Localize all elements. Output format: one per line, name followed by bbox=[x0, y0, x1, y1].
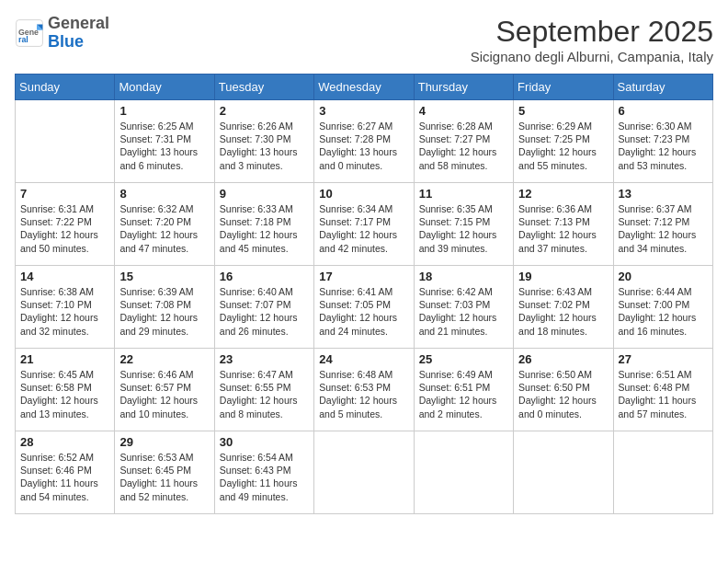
day-number: 23 bbox=[220, 352, 309, 366]
calendar-cell: 20Sunrise: 6:44 AM Sunset: 7:00 PM Dayli… bbox=[613, 266, 712, 349]
calendar-header-row: SundayMondayTuesdayWednesdayThursdayFrid… bbox=[16, 75, 713, 100]
day-info: Sunrise: 6:52 AM Sunset: 6:46 PM Dayligh… bbox=[20, 451, 109, 503]
week-row-3: 14Sunrise: 6:38 AM Sunset: 7:10 PM Dayli… bbox=[16, 266, 713, 349]
day-info: Sunrise: 6:40 AM Sunset: 7:07 PM Dayligh… bbox=[220, 285, 309, 338]
day-number: 13 bbox=[619, 187, 708, 201]
day-info: Sunrise: 6:31 AM Sunset: 7:22 PM Dayligh… bbox=[20, 202, 109, 255]
day-number: 5 bbox=[518, 104, 608, 118]
calendar-cell: 9Sunrise: 6:33 AM Sunset: 7:18 PM Daylig… bbox=[214, 183, 313, 266]
day-info: Sunrise: 6:50 AM Sunset: 6:50 PM Dayligh… bbox=[518, 368, 608, 420]
day-number: 12 bbox=[518, 187, 608, 201]
week-row-4: 21Sunrise: 6:45 AM Sunset: 6:58 PM Dayli… bbox=[16, 349, 713, 431]
day-number: 20 bbox=[619, 270, 708, 283]
calendar-cell: 5Sunrise: 6:29 AM Sunset: 7:25 PM Daylig… bbox=[514, 100, 613, 183]
day-info: Sunrise: 6:48 AM Sunset: 6:53 PM Dayligh… bbox=[319, 368, 408, 420]
col-header-wednesday: Wednesday bbox=[314, 75, 414, 100]
day-number: 24 bbox=[319, 352, 408, 366]
day-info: Sunrise: 6:42 AM Sunset: 7:03 PM Dayligh… bbox=[419, 285, 508, 338]
day-info: Sunrise: 6:45 AM Sunset: 6:58 PM Dayligh… bbox=[20, 368, 109, 420]
day-number: 8 bbox=[119, 187, 209, 201]
calendar-cell: 15Sunrise: 6:39 AM Sunset: 7:08 PM Dayli… bbox=[115, 266, 214, 349]
day-info: Sunrise: 6:51 AM Sunset: 6:48 PM Dayligh… bbox=[619, 368, 708, 420]
day-info: Sunrise: 6:32 AM Sunset: 7:20 PM Dayligh… bbox=[119, 202, 209, 255]
col-header-saturday: Saturday bbox=[613, 75, 712, 100]
calendar-cell: 12Sunrise: 6:36 AM Sunset: 7:13 PM Dayli… bbox=[514, 183, 613, 266]
day-number: 17 bbox=[319, 270, 408, 283]
calendar-cell: 1Sunrise: 6:25 AM Sunset: 7:31 PM Daylig… bbox=[115, 100, 214, 183]
day-info: Sunrise: 6:30 AM Sunset: 7:23 PM Dayligh… bbox=[619, 120, 708, 172]
week-row-5: 28Sunrise: 6:52 AM Sunset: 6:46 PM Dayli… bbox=[16, 431, 713, 514]
day-info: Sunrise: 6:35 AM Sunset: 7:15 PM Dayligh… bbox=[419, 202, 508, 255]
calendar-cell: 13Sunrise: 6:37 AM Sunset: 7:12 PM Dayli… bbox=[613, 183, 712, 266]
logo-blue: Blue bbox=[48, 33, 109, 52]
day-info: Sunrise: 6:29 AM Sunset: 7:25 PM Dayligh… bbox=[518, 120, 608, 172]
day-info: Sunrise: 6:49 AM Sunset: 6:51 PM Dayligh… bbox=[419, 368, 508, 420]
day-number: 11 bbox=[419, 187, 508, 201]
logo-general: General bbox=[48, 15, 109, 33]
day-info: Sunrise: 6:33 AM Sunset: 7:18 PM Dayligh… bbox=[220, 202, 309, 255]
day-number: 29 bbox=[119, 435, 209, 449]
calendar-cell: 27Sunrise: 6:51 AM Sunset: 6:48 PM Dayli… bbox=[613, 349, 712, 431]
calendar-cell bbox=[613, 431, 712, 514]
calendar-cell: 8Sunrise: 6:32 AM Sunset: 7:20 PM Daylig… bbox=[115, 183, 214, 266]
day-number: 10 bbox=[319, 187, 408, 201]
calendar-cell bbox=[16, 100, 115, 183]
calendar-cell: 29Sunrise: 6:53 AM Sunset: 6:45 PM Dayli… bbox=[115, 431, 214, 514]
day-info: Sunrise: 6:25 AM Sunset: 7:31 PM Dayligh… bbox=[119, 120, 209, 172]
calendar-cell: 22Sunrise: 6:46 AM Sunset: 6:57 PM Dayli… bbox=[115, 349, 214, 431]
calendar-cell: 26Sunrise: 6:50 AM Sunset: 6:50 PM Dayli… bbox=[514, 349, 613, 431]
day-info: Sunrise: 6:26 AM Sunset: 7:30 PM Dayligh… bbox=[220, 120, 309, 172]
calendar-cell: 17Sunrise: 6:41 AM Sunset: 7:05 PM Dayli… bbox=[314, 266, 414, 349]
week-row-1: 1Sunrise: 6:25 AM Sunset: 7:31 PM Daylig… bbox=[16, 100, 713, 183]
day-number: 6 bbox=[619, 104, 708, 118]
day-info: Sunrise: 6:44 AM Sunset: 7:00 PM Dayligh… bbox=[619, 285, 708, 338]
calendar-cell bbox=[314, 431, 414, 514]
calendar-cell: 14Sunrise: 6:38 AM Sunset: 7:10 PM Dayli… bbox=[16, 266, 115, 349]
svg-text:ral: ral bbox=[18, 35, 28, 44]
day-number: 3 bbox=[319, 104, 408, 118]
col-header-friday: Friday bbox=[514, 75, 613, 100]
day-number: 22 bbox=[119, 352, 209, 366]
col-header-thursday: Thursday bbox=[414, 75, 513, 100]
day-number: 15 bbox=[119, 270, 209, 283]
day-info: Sunrise: 6:54 AM Sunset: 6:43 PM Dayligh… bbox=[220, 451, 309, 503]
day-info: Sunrise: 6:43 AM Sunset: 7:02 PM Dayligh… bbox=[518, 285, 608, 338]
day-number: 7 bbox=[20, 187, 109, 201]
week-row-2: 7Sunrise: 6:31 AM Sunset: 7:22 PM Daylig… bbox=[16, 183, 713, 266]
day-number: 4 bbox=[419, 104, 508, 118]
calendar-cell: 18Sunrise: 6:42 AM Sunset: 7:03 PM Dayli… bbox=[414, 266, 513, 349]
day-number: 21 bbox=[20, 352, 109, 366]
title-block: September 2025 Sicignano degli Alburni, … bbox=[471, 15, 713, 64]
day-number: 1 bbox=[119, 104, 209, 118]
col-header-tuesday: Tuesday bbox=[214, 75, 313, 100]
calendar-cell: 19Sunrise: 6:43 AM Sunset: 7:02 PM Dayli… bbox=[514, 266, 613, 349]
calendar-cell: 25Sunrise: 6:49 AM Sunset: 6:51 PM Dayli… bbox=[414, 349, 513, 431]
day-info: Sunrise: 6:37 AM Sunset: 7:12 PM Dayligh… bbox=[619, 202, 708, 255]
logo-text: General Blue bbox=[48, 15, 109, 52]
calendar-cell: 2Sunrise: 6:26 AM Sunset: 7:30 PM Daylig… bbox=[214, 100, 313, 183]
day-number: 28 bbox=[20, 435, 109, 449]
calendar-cell: 23Sunrise: 6:47 AM Sunset: 6:55 PM Dayli… bbox=[214, 349, 313, 431]
day-number: 30 bbox=[220, 435, 309, 449]
col-header-monday: Monday bbox=[115, 75, 214, 100]
day-number: 18 bbox=[419, 270, 508, 283]
day-number: 19 bbox=[518, 270, 608, 283]
calendar-cell: 3Sunrise: 6:27 AM Sunset: 7:28 PM Daylig… bbox=[314, 100, 414, 183]
page-header: Gene ral General Blue September 2025 Sic… bbox=[15, 15, 713, 64]
calendar-cell: 6Sunrise: 6:30 AM Sunset: 7:23 PM Daylig… bbox=[613, 100, 712, 183]
day-info: Sunrise: 6:46 AM Sunset: 6:57 PM Dayligh… bbox=[119, 368, 209, 420]
month-title: September 2025 bbox=[471, 15, 713, 49]
logo-icon: Gene ral bbox=[15, 18, 44, 48]
day-info: Sunrise: 6:28 AM Sunset: 7:27 PM Dayligh… bbox=[419, 120, 508, 172]
calendar-table: SundayMondayTuesdayWednesdayThursdayFrid… bbox=[15, 74, 713, 514]
day-info: Sunrise: 6:36 AM Sunset: 7:13 PM Dayligh… bbox=[518, 202, 608, 255]
col-header-sunday: Sunday bbox=[16, 75, 115, 100]
location: Sicignano degli Alburni, Campania, Italy bbox=[471, 49, 713, 64]
day-info: Sunrise: 6:41 AM Sunset: 7:05 PM Dayligh… bbox=[319, 285, 408, 338]
calendar-cell: 21Sunrise: 6:45 AM Sunset: 6:58 PM Dayli… bbox=[16, 349, 115, 431]
calendar-cell: 4Sunrise: 6:28 AM Sunset: 7:27 PM Daylig… bbox=[414, 100, 513, 183]
day-info: Sunrise: 6:34 AM Sunset: 7:17 PM Dayligh… bbox=[319, 202, 408, 255]
calendar-cell: 11Sunrise: 6:35 AM Sunset: 7:15 PM Dayli… bbox=[414, 183, 513, 266]
day-info: Sunrise: 6:47 AM Sunset: 6:55 PM Dayligh… bbox=[220, 368, 309, 420]
day-info: Sunrise: 6:38 AM Sunset: 7:10 PM Dayligh… bbox=[20, 285, 109, 338]
